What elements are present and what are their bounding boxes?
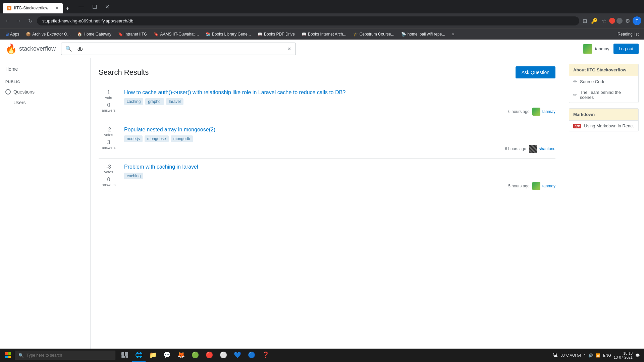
toolbar-icons: ⊞ 🔑 ☆ ⚙ T: [581, 16, 641, 25]
question-author-1: tanmay: [532, 108, 555, 116]
taskbar-app-teams[interactable]: 💬: [160, 349, 174, 362]
taskbar-app-app2[interactable]: 🟢: [189, 349, 202, 362]
notifications-icon[interactable]: 💬: [635, 353, 640, 358]
taskbar-app-help[interactable]: ❓: [259, 349, 272, 362]
author-name-2[interactable]: shantanu: [539, 146, 555, 151]
start-button[interactable]: [1, 349, 15, 362]
bookmark-books-internet[interactable]: 📖 Books Internet Arch...: [299, 31, 349, 38]
volume-icon[interactable]: 🔊: [588, 353, 593, 358]
books-library-label: Books Library Gene...: [212, 32, 251, 37]
browser-user-avatar[interactable]: T: [633, 16, 641, 25]
question-time-1: 6 hours ago: [508, 109, 529, 114]
address-bar-row: ← → ↻ ⊞ 🔑 ☆ ⚙ T: [0, 13, 644, 28]
search-clear-button[interactable]: ✕: [283, 44, 296, 54]
so-logo[interactable]: 🔥 stackoverflow: [5, 43, 56, 54]
back-button[interactable]: ←: [3, 16, 12, 25]
bookmark-iball[interactable]: 📡 home iball wifi repe...: [398, 31, 448, 38]
tag-graphql[interactable]: graphql: [145, 98, 164, 105]
taskbar-up-arrow[interactable]: ^: [584, 353, 586, 357]
taskbar-clock[interactable]: 18:13 13-07-2021: [614, 351, 633, 359]
svg-rect-3: [8, 356, 11, 358]
taskbar-app-vscode[interactable]: 💙: [231, 349, 244, 362]
answer-stat-3: 0 answers: [102, 177, 116, 187]
forward-button[interactable]: →: [14, 16, 23, 25]
tab-close-button[interactable]: ✕: [55, 5, 59, 11]
taskbar-app-app1[interactable]: 🦊: [174, 349, 188, 362]
address-input[interactable]: [37, 16, 579, 25]
reload-button[interactable]: ↻: [25, 16, 35, 25]
windows-icon: [5, 352, 11, 358]
author-name-3[interactable]: tanmay: [542, 184, 555, 188]
bookmark-aams[interactable]: 🔖 AAMS IIT-Guwahati...: [151, 31, 201, 38]
tag-mongoose[interactable]: mongoose: [145, 135, 169, 142]
question-title-2[interactable]: Populate nested array in mongoose(2): [124, 127, 555, 133]
bookmark-more[interactable]: »: [449, 31, 457, 38]
reading-list-label: Reading list: [618, 32, 639, 37]
wifi-icon[interactable]: 📶: [596, 353, 600, 358]
taskbar-app-taskview[interactable]: [118, 349, 131, 362]
bookmark-home-gateway[interactable]: 🏠 Home Gateway: [74, 31, 114, 38]
vote-stat-2: -2 votes: [104, 127, 113, 137]
team-link[interactable]: ✏ The Team behind the scenes: [569, 87, 638, 103]
taskbar-app-app3[interactable]: 🔵: [245, 349, 258, 362]
author-name-1[interactable]: tanmay: [542, 109, 555, 114]
extensions-icon[interactable]: ⚙: [624, 16, 631, 25]
sidebar-item-questions[interactable]: Questions: [0, 86, 90, 97]
vote-count-1: 1: [107, 89, 110, 96]
about-widget-header: About IITG Stackoverflow: [569, 64, 638, 76]
tag-laravel[interactable]: laravel: [166, 98, 183, 105]
active-tab[interactable]: S IITG-Stackoverflow ✕: [3, 3, 63, 13]
taskbar-app-edge[interactable]: 🌐: [132, 349, 146, 362]
question-meta-3: 5 hours ago tanmay: [124, 182, 555, 190]
right-sidebar: About IITG Stackoverflow ✏ Source Code ✏…: [564, 58, 644, 349]
key-icon[interactable]: 🔑: [590, 16, 599, 25]
question-stats-3: -3 votes 0 answers: [99, 164, 119, 190]
bookmark-archive[interactable]: 📦 Archive Extractor O...: [23, 31, 73, 38]
bookmark-apps[interactable]: ⊞ Apps: [3, 31, 22, 38]
svg-rect-2: [5, 356, 8, 358]
tag-mongodb[interactable]: mongodb: [171, 135, 193, 142]
ask-question-button[interactable]: Ask Question: [516, 66, 555, 78]
header-right: tanmay Log out: [583, 44, 639, 54]
extension-red-icon[interactable]: [609, 18, 615, 24]
tag-caching-3[interactable]: caching: [124, 173, 143, 179]
question-title-3[interactable]: Problem with caching in laravel: [124, 164, 555, 170]
taskbar-search-input[interactable]: [26, 353, 100, 358]
tag-caching-1[interactable]: caching: [124, 98, 143, 105]
about-widget: About IITG Stackoverflow ✏ Source Code ✏…: [569, 64, 639, 103]
bookmark-cepstrum[interactable]: 🎓 Cepstrum Course...: [351, 31, 397, 38]
question-title-1[interactable]: How to cache auth()->user() with relatio…: [124, 89, 555, 96]
question-author-2: shantanu: [529, 145, 555, 153]
taskbar-search-bar[interactable]: 🔍: [15, 351, 115, 360]
taskbar-app-chrome[interactable]: ⚪: [217, 349, 230, 362]
star-icon[interactable]: ☆: [600, 16, 608, 25]
sidebar-item-home[interactable]: Home: [0, 64, 90, 74]
search-input[interactable]: [76, 44, 283, 54]
extension-dark-icon[interactable]: [616, 18, 623, 24]
minimize-button[interactable]: —: [76, 2, 87, 11]
bookmark-intranet[interactable]: 🔖 Intranet IITG: [115, 31, 150, 38]
table-row: 1 vote 0 answers How to cache auth()->us…: [99, 84, 555, 121]
answer-count-2: 3: [107, 139, 110, 145]
markdown-react-link[interactable]: npm Using Markdown in React: [569, 121, 638, 131]
new-tab-button[interactable]: +: [63, 4, 72, 13]
logout-button[interactable]: Log out: [613, 44, 639, 54]
maximize-button[interactable]: ☐: [90, 2, 100, 11]
reading-list-button[interactable]: Reading list: [615, 31, 641, 38]
sidebar-public-label: PUBLIC: [0, 77, 90, 86]
source-code-link[interactable]: ✏ Source Code: [569, 76, 638, 87]
bookmark-books-pdf[interactable]: 📖 Books PDF Drive: [255, 31, 298, 38]
taskbar-app-firefox[interactable]: 🔴: [203, 349, 216, 362]
question-tags-3: caching: [124, 173, 555, 179]
taskbar-app-explorer[interactable]: 📁: [146, 349, 160, 362]
search-results-title: Search Results: [99, 68, 149, 77]
clock-date: 13-07-2021: [614, 355, 633, 359]
answer-count-1: 0: [107, 102, 110, 108]
team-label: The Team behind the scenes: [580, 90, 634, 100]
tag-nodejs[interactable]: node.js: [124, 135, 143, 142]
grid-icon[interactable]: ⊞: [581, 16, 588, 25]
close-button[interactable]: ✕: [102, 2, 112, 11]
user-info: tanmay: [583, 44, 609, 54]
bookmark-books-library[interactable]: 📚 Books Library Gene...: [203, 31, 254, 38]
sidebar-item-users[interactable]: Users: [0, 97, 90, 108]
